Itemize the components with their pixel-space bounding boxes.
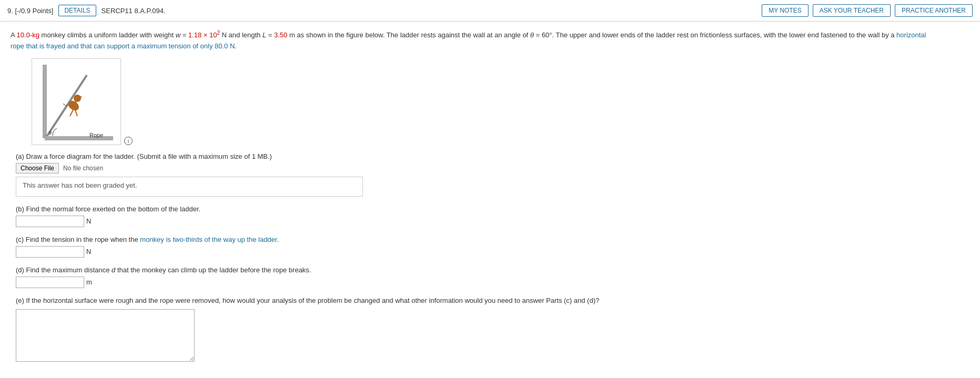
question-number: 9. [-/0.9 Points]: [7, 7, 53, 15]
part-c-unit: N: [86, 248, 91, 256]
graded-box: This answer has not been graded yet.: [16, 177, 363, 197]
part-b-label: (b) Find the normal force exerted on the…: [16, 205, 969, 213]
svg-line-11: [70, 110, 73, 116]
points-text: [-/0.9 Points]: [15, 7, 53, 15]
part-c-highlight: monkey is two-thirds of the way up the l…: [140, 236, 277, 243]
L-value: 3.50: [274, 31, 287, 39]
part-b-text: (b) Find the normal force exerted on the…: [16, 205, 200, 213]
part-a-section: (a) Draw a force diagram for the ladder.…: [16, 152, 969, 197]
part-b-section: (b) Find the normal force exerted on the…: [16, 205, 969, 227]
practice-another-button[interactable]: PRACTICE ANOTHER: [895, 4, 973, 17]
part-c-input-row: N: [16, 246, 969, 258]
top-bar: 9. [-/0.9 Points] DETAILS SERCP11 8.A.P.…: [0, 0, 980, 22]
part-c-label: (c) Find the tension in the rope when th…: [16, 236, 969, 243]
part-d-unit: m: [86, 278, 92, 286]
part-e-textarea[interactable]: [16, 309, 195, 362]
ask-teacher-button[interactable]: ASK YOUR TEACHER: [813, 4, 891, 17]
top-right-buttons: MY NOTES ASK YOUR TEACHER PRACTICE ANOTH…: [762, 4, 973, 17]
w-value: 1.18 × 102: [188, 31, 220, 39]
part-a-label: (a) Draw a force diagram for the ladder.…: [16, 152, 969, 160]
part-e-label: (e) If the horizontal surface were rough…: [16, 297, 969, 304]
part-a-text: (a) Draw a force diagram for the ladder.…: [16, 152, 272, 160]
figure-svg: Rope θ L: [34, 59, 118, 144]
svg-text:Rope: Rope: [89, 132, 103, 138]
part-b-input-row: N: [16, 216, 969, 227]
figure-box: Rope θ L: [32, 58, 121, 145]
no-file-text: No file chosen: [63, 165, 103, 172]
rope-text: horizontal rope that is frayed and that …: [11, 31, 926, 50]
info-icon[interactable]: i: [124, 137, 133, 145]
part-c-input[interactable]: [16, 246, 84, 258]
question-num-text: 9.: [7, 7, 13, 15]
top-left: 9. [-/0.9 Points] DETAILS SERCP11 8.A.P.…: [7, 5, 165, 16]
choose-file-button[interactable]: Choose File: [16, 163, 59, 173]
main-content: A 10.0-kg monkey climbs a uniform ladder…: [0, 22, 980, 378]
details-button[interactable]: DETAILS: [58, 5, 96, 16]
monkey-mass: 10.0-kg: [17, 31, 39, 39]
part-e-section: (e) If the horizontal surface were rough…: [16, 297, 969, 363]
part-d-input-row: m: [16, 277, 969, 288]
part-b-unit: N: [86, 217, 91, 225]
graded-text: This answer has not been graded yet.: [23, 181, 137, 189]
figure-area: Rope θ L i: [32, 58, 969, 145]
part-d-input[interactable]: [16, 277, 84, 288]
svg-line-12: [75, 110, 77, 116]
figure-info: i: [124, 137, 133, 145]
part-d-label: (d) Find the maximum distance d that the…: [16, 266, 969, 274]
part-b-input[interactable]: [16, 216, 84, 227]
problem-code: SERCP11 8.A.P.094.: [102, 7, 166, 15]
svg-text:θ: θ: [49, 130, 52, 136]
problem-statement: A 10.0-kg monkey climbs a uniform ladder…: [11, 29, 931, 52]
my-notes-button[interactable]: MY NOTES: [762, 4, 808, 17]
part-c-section: (c) Find the tension in the rope when th…: [16, 236, 969, 258]
part-e-text: (e) If the horizontal surface were rough…: [16, 297, 599, 304]
part-d-section: (d) Find the maximum distance d that the…: [16, 266, 969, 288]
file-input-row: Choose File No file chosen: [16, 163, 969, 173]
